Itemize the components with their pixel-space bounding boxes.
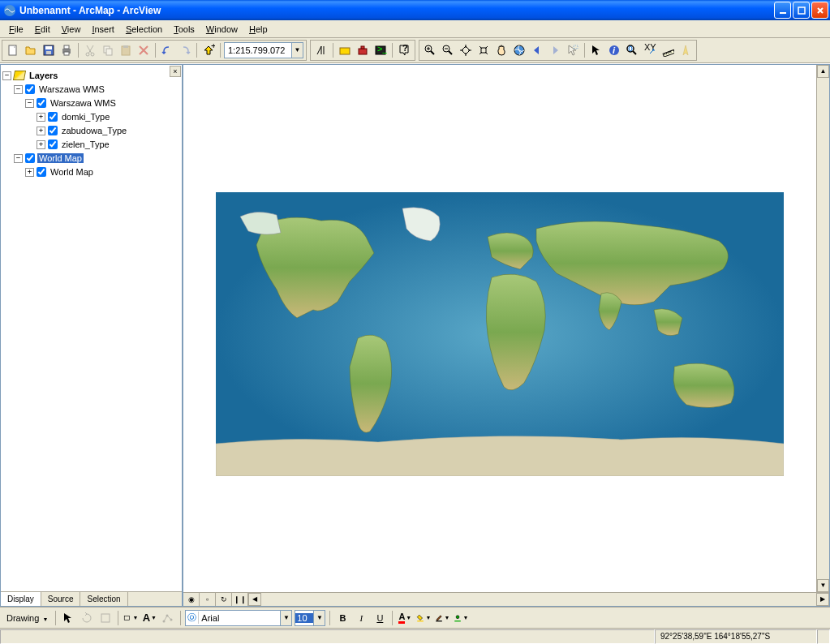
size-dropdown-icon[interactable]: ▼ — [313, 611, 325, 625]
cut-button[interactable] — [82, 42, 98, 58]
expand-icon[interactable]: + — [37, 140, 45, 149]
rotate-button[interactable] — [79, 610, 95, 626]
layer-checkbox[interactable] — [25, 153, 35, 163]
paste-button[interactable] — [118, 42, 134, 58]
tree-world-group[interactable]: − World Map — [2, 152, 180, 165]
layer-checkbox[interactable] — [48, 112, 58, 122]
bold-button[interactable]: B — [334, 610, 350, 626]
tree-domki[interactable]: + domki_Type — [2, 110, 180, 123]
command-line-button[interactable]: >_ — [372, 42, 389, 58]
scroll-up-icon[interactable]: ▲ — [817, 65, 829, 78]
redo-button[interactable] — [177, 42, 193, 58]
tree-world-map[interactable]: + World Map — [2, 165, 180, 178]
save-button[interactable] — [41, 42, 57, 58]
tree-warszawa-group[interactable]: − Warszawa WMS — [2, 83, 180, 96]
menu-view[interactable]: View — [56, 23, 87, 36]
text-tool-button[interactable]: A▼ — [141, 610, 157, 626]
layout-view-tab[interactable]: ▫ — [200, 593, 216, 606]
expand-icon[interactable]: + — [37, 113, 45, 122]
expand-icon[interactable]: + — [25, 168, 34, 177]
open-button[interactable] — [23, 42, 39, 58]
layer-checkbox[interactable] — [37, 167, 46, 177]
menu-window[interactable]: Window — [200, 23, 243, 36]
menu-selection[interactable]: Selection — [120, 23, 168, 36]
find-button[interactable] — [624, 42, 640, 58]
scroll-left-icon[interactable]: ◀ — [248, 593, 261, 606]
font-dropdown-icon[interactable]: ▼ — [280, 611, 291, 625]
menu-tools[interactable]: Tools — [168, 23, 200, 36]
back-extent-button[interactable] — [529, 42, 545, 58]
maximize-button[interactable] — [793, 2, 810, 19]
select-elements-button[interactable] — [60, 610, 76, 626]
data-view-tab[interactable]: ◉ — [183, 593, 200, 606]
menu-edit[interactable]: Edit — [29, 23, 56, 36]
font-color-button[interactable]: A▼ — [397, 610, 413, 626]
toc-tab-selection[interactable]: Selection — [80, 592, 127, 606]
new-button[interactable] — [5, 42, 21, 58]
layer-checkbox[interactable] — [37, 98, 46, 108]
toc-tab-source[interactable]: Source — [41, 592, 81, 606]
select-features-button[interactable] — [565, 42, 581, 58]
zoom-out-button[interactable] — [440, 42, 456, 58]
zoom-in-button[interactable] — [422, 42, 438, 58]
undo-button[interactable] — [159, 42, 175, 58]
toc-tab-display[interactable]: Display — [1, 592, 41, 606]
forward-extent-button[interactable] — [547, 42, 563, 58]
add-data-button[interactable]: + — [200, 42, 217, 58]
font-size-selector[interactable]: ▼ — [295, 610, 325, 626]
scroll-right-icon[interactable]: ▶ — [816, 593, 829, 606]
arccatalog-button[interactable] — [337, 42, 353, 58]
pan-button[interactable] — [493, 42, 510, 58]
goto-xy-button[interactable]: XY — [642, 42, 658, 58]
tree-zabudowa[interactable]: + zabudowa_Type — [2, 124, 180, 137]
expand-icon[interactable]: − — [14, 85, 23, 94]
hyperlink-button[interactable] — [677, 42, 694, 58]
font-name-field[interactable] — [199, 613, 280, 623]
whats-this-button[interactable]: ? — [396, 42, 412, 58]
minimize-button[interactable] — [774, 2, 791, 19]
rectangle-tool-button[interactable]: ▼ — [123, 610, 139, 626]
menu-insert[interactable]: Insert — [86, 23, 120, 36]
identify-button[interactable]: i — [606, 42, 622, 58]
scale-dropdown-icon[interactable]: ▼ — [291, 43, 303, 58]
tree-root-layers[interactable]: − Layers — [2, 69, 180, 82]
menu-file[interactable]: File — [3, 23, 29, 36]
layer-checkbox[interactable] — [48, 140, 58, 149]
fill-color-button[interactable]: ▼ — [415, 610, 432, 626]
italic-button[interactable]: I — [353, 610, 369, 626]
toc-close-button[interactable]: × — [170, 66, 181, 77]
arctoolbox-button[interactable] — [355, 42, 371, 58]
scroll-down-icon[interactable]: ▼ — [817, 579, 829, 592]
copy-button[interactable] — [100, 42, 116, 58]
edit-vertices-button[interactable] — [160, 610, 176, 626]
drawing-label[interactable]: Drawing ▼ — [3, 613, 51, 623]
full-extent-button[interactable] — [511, 42, 527, 58]
zoom-graphic-button[interactable] — [97, 610, 114, 626]
scale-input[interactable]: ▼ — [224, 42, 303, 58]
map-canvas[interactable] — [183, 65, 829, 592]
font-size-field[interactable] — [295, 613, 313, 623]
measure-button[interactable] — [660, 42, 676, 58]
tree-warszawa-wms[interactable]: − Warszawa WMS — [2, 97, 180, 109]
expand-icon[interactable]: − — [25, 99, 34, 108]
layer-checkbox[interactable] — [25, 84, 35, 94]
select-elements-button[interactable] — [588, 42, 604, 58]
tree-zielen[interactable]: + zielen_Type — [2, 138, 180, 151]
scale-field[interactable] — [225, 45, 291, 55]
pause-drawing-button[interactable]: ❙❙ — [232, 593, 248, 606]
editor-toolbar-btn1[interactable] — [313, 42, 329, 58]
expand-icon[interactable]: − — [14, 154, 23, 163]
print-button[interactable] — [58, 42, 75, 58]
expand-icon[interactable]: + — [37, 127, 45, 135]
horizontal-scrollbar[interactable]: ◀ ▶ — [248, 593, 829, 606]
layer-checkbox[interactable] — [48, 126, 58, 135]
font-selector[interactable]: ⓞ ▼ — [185, 610, 292, 626]
expand-icon[interactable]: − — [2, 71, 11, 80]
delete-button[interactable] — [135, 42, 152, 58]
fixed-zoom-out-button[interactable] — [475, 42, 492, 58]
close-button[interactable] — [811, 2, 828, 19]
fixed-zoom-in-button[interactable] — [458, 42, 474, 58]
line-color-button[interactable]: ▼ — [434, 610, 450, 626]
menu-help[interactable]: Help — [243, 23, 273, 36]
marker-color-button[interactable]: ▼ — [453, 610, 469, 626]
